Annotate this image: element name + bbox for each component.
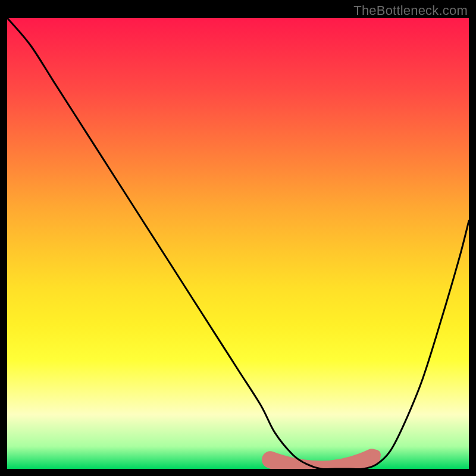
plot-area — [7, 18, 469, 469]
highlight-end-dot — [370, 450, 381, 461]
curve-path — [7, 18, 469, 469]
highlight-band — [270, 458, 372, 469]
watermark-text: TheBottleneck.com — [353, 3, 468, 18]
chart-container: TheBottleneck.com — [0, 0, 476, 476]
chart-svg — [7, 18, 469, 469]
